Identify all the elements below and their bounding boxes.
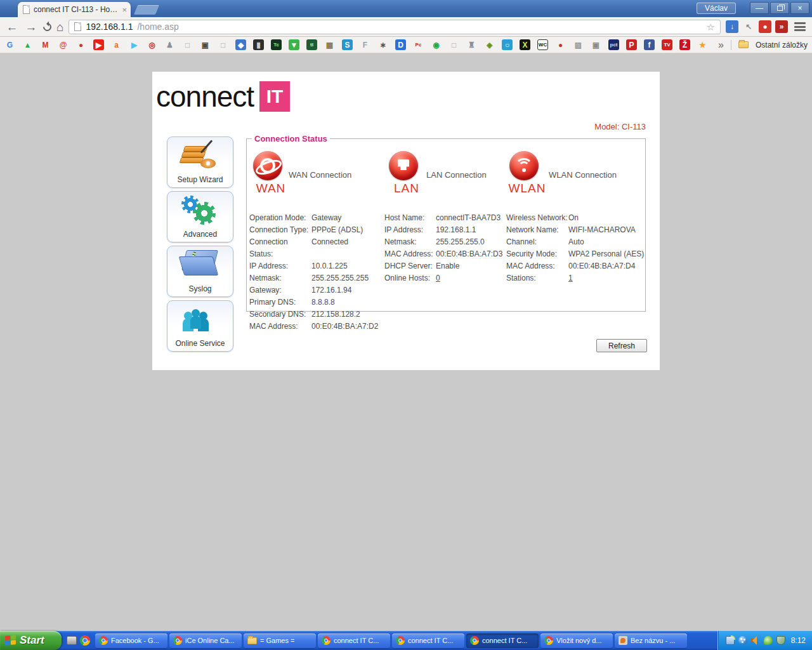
url-page-icon (74, 22, 81, 31)
bookmark-star-icon[interactable]: ☆ (707, 22, 715, 32)
blue-app-bookmark-icon[interactable]: ◆ (235, 39, 246, 50)
download-extension-icon[interactable]: ↓ (726, 20, 738, 33)
browser-tab[interactable]: connect IT CI-113 - Home × (18, 2, 131, 17)
taskbar-item[interactable]: iCe Online Ca... (169, 633, 242, 648)
pct-bookmark-icon[interactable]: pct (608, 39, 619, 50)
chrome-quicklaunch-icon[interactable] (80, 635, 90, 646)
forward-button[interactable]: → (24, 21, 38, 33)
green-dot-bookmark-icon[interactable]: ◉ (431, 39, 442, 50)
zive-bookmark-icon[interactable]: Ž (679, 39, 690, 50)
green-down-bookmark-icon[interactable]: ▼ (289, 39, 299, 50)
drive-bookmark-icon[interactable]: ▲ (22, 39, 33, 50)
pc-red-bookmark-icon[interactable]: Pc (413, 39, 424, 50)
x-black-bookmark-icon[interactable]: X (520, 39, 530, 50)
wc-bookmark-icon[interactable]: WC (537, 39, 548, 50)
facebook-bookmark-icon[interactable]: f (644, 39, 655, 50)
google-bookmark-icon[interactable]: G (4, 39, 15, 50)
status-value[interactable]: 1 (568, 272, 573, 284)
tipcars-bookmark-icon[interactable]: Tc (271, 39, 282, 50)
home-button[interactable]: ⌂ (56, 21, 63, 33)
bookmarks-overflow-chevron[interactable]: » (718, 39, 724, 51)
taskbar-item[interactable]: connect IT C... (318, 633, 390, 648)
at-mail-bookmark-icon[interactable]: @ (58, 39, 69, 50)
taskbar-item[interactable]: Bez názvu - ... (615, 633, 687, 648)
back-button[interactable]: ← (5, 21, 19, 33)
status-value[interactable]: 0 (436, 272, 440, 284)
star-orange-bookmark-icon[interactable]: ★ (697, 39, 708, 50)
film-bookmark-icon[interactable]: ◈ (484, 39, 495, 50)
taskbar-item[interactable]: connect IT C... (392, 633, 464, 648)
s-blue-bookmark-icon[interactable]: S (342, 39, 353, 50)
close-button[interactable]: × (790, 2, 809, 14)
new-tab-button[interactable] (134, 5, 159, 15)
stop-hand-bookmark-icon[interactable]: ● (555, 39, 566, 50)
restore-button[interactable] (770, 2, 789, 14)
youtube-bookmark-icon[interactable]: ▶ (93, 39, 104, 50)
page2-bookmark-icon[interactable]: □ (218, 39, 228, 50)
taskbar-item[interactable]: = Games = (244, 633, 316, 648)
apple-red-bookmark-icon[interactable]: ● (75, 39, 86, 50)
taskbar-item[interactable]: Facebook - G... (95, 633, 167, 648)
page3-bookmark-icon[interactable]: □ (449, 39, 459, 50)
power-blue-bookmark-icon[interactable]: ○ (502, 39, 513, 50)
minimize-button[interactable]: — (750, 2, 769, 14)
p-net-bookmark-icon[interactable]: P (626, 39, 637, 50)
fastforward-extension-icon[interactable]: » (775, 20, 788, 33)
sidebar-item-label: Setup Wizard (167, 175, 233, 184)
cursor-extension-icon[interactable]: ↖ (742, 20, 755, 33)
refresh-button[interactable]: Refresh (596, 339, 647, 352)
status-label: Host Name: (384, 212, 436, 224)
taskbar-item-label: Vložit nový d... (556, 637, 602, 644)
volume-tray-icon[interactable] (751, 636, 760, 645)
sidebar-item-online-service[interactable]: Online Service (167, 300, 233, 352)
statue2-bookmark-icon[interactable]: ♜ (466, 39, 477, 50)
taskbar-item[interactable]: Vložit nový d... (540, 633, 613, 648)
other-bookmarks-label[interactable]: Ostatní záložky (756, 41, 808, 50)
status-label: Gateway: (249, 284, 311, 296)
status-row: Wireless Network: On (506, 212, 645, 224)
texture-bookmark-icon[interactable]: ▨ (573, 39, 584, 50)
status-row: DHCP Server: Enable (384, 260, 504, 272)
show-desktop-icon[interactable] (67, 636, 77, 645)
play-blue-bookmark-icon[interactable]: ▶ (129, 39, 140, 50)
folder-zip-icon (167, 248, 233, 281)
page-bookmark-icon[interactable]: □ (182, 39, 193, 50)
gear-bookmark-icon[interactable]: ∗ (377, 39, 388, 50)
gmail-bookmark-icon[interactable]: M (40, 39, 51, 50)
printer-bookmark-icon[interactable]: ▣ (200, 39, 211, 50)
status-value: 212.158.128.2 (311, 308, 360, 321)
network-tray-icon[interactable] (726, 636, 735, 645)
status-label: Secondary DNS: (249, 308, 311, 321)
status-value: WIFI-MACHAROVA (568, 224, 636, 236)
status-value: 255.255.255.255 (311, 272, 369, 284)
start-button[interactable]: Start (0, 631, 62, 650)
menu-button[interactable] (793, 22, 807, 32)
calendar-bookmark-icon[interactable]: ▦ (324, 39, 335, 50)
statue-bookmark-icon[interactable]: ♟ (164, 39, 175, 50)
tl-green-bookmark-icon[interactable]: tl (306, 39, 317, 50)
taskbar-item[interactable]: connect IT C... (466, 633, 539, 648)
alza-bookmark-icon[interactable]: a (111, 39, 122, 50)
security-tray-icon[interactable] (776, 636, 785, 645)
sidebar-item-advanced[interactable]: Advanced (167, 191, 233, 242)
graphics-tray-icon[interactable] (764, 636, 773, 645)
profile-button[interactable]: Václav (697, 3, 736, 14)
dark-app-bookmark-icon[interactable]: ▮ (253, 39, 264, 50)
url-bar[interactable]: 192.168.1.1/home.asp ☆ (69, 20, 721, 34)
reload-button[interactable] (41, 21, 53, 32)
f-gray-bookmark-icon[interactable]: F (360, 39, 370, 50)
player-tray-icon[interactable] (738, 636, 747, 645)
url-host: 192.168.1.1 (86, 22, 133, 32)
spiral-red-bookmark-icon[interactable]: ◎ (147, 39, 157, 50)
taskbar-clock: 8:12 (791, 636, 806, 645)
sidebar-item-syslog[interactable]: Syslog (167, 246, 233, 297)
taskbar-items: Facebook - G... iCe Online Ca... = Games… (95, 633, 687, 648)
frame-bookmark-icon[interactable]: ▣ (591, 39, 601, 50)
d-blue-bookmark-icon[interactable]: D (395, 39, 406, 50)
sidebar-item-setup-wizard[interactable]: Setup Wizard (167, 136, 233, 188)
tab-close-icon[interactable]: × (122, 6, 127, 14)
adblock-extension-icon[interactable]: ● (759, 20, 771, 33)
status-label: IP Address: (384, 224, 436, 236)
wan-globe-icon (253, 151, 282, 180)
tv-red-bookmark-icon[interactable]: TV (662, 39, 672, 50)
